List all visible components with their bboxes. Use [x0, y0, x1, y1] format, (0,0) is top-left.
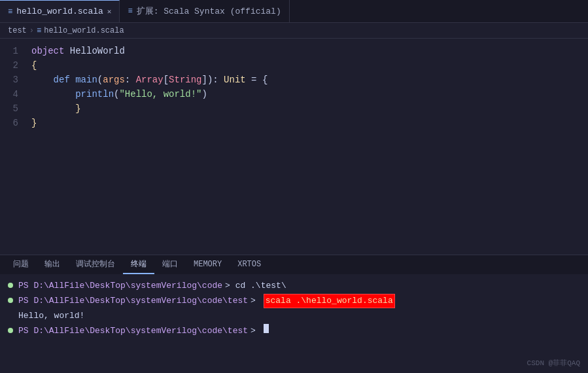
panel-tab-ports[interactable]: 端口 [154, 255, 186, 274]
panel-tab-debug-label: 调试控制台 [76, 258, 115, 270]
panel-tab-output-label: 输出 [44, 258, 60, 270]
panel-tab-terminal[interactable]: 终端 [123, 255, 154, 274]
panel-tab-problems[interactable]: 问题 [5, 255, 37, 274]
breadcrumb-part-file: hello_world.scala [44, 26, 124, 35]
line-num-4: 4 [5, 87, 18, 101]
breadcrumb-part-test: test [8, 26, 27, 35]
code-line-3: def main(args: Array[String]): Unit = { [31, 73, 588, 87]
breadcrumb-sep-1: › [29, 26, 34, 35]
panel-tab-bar: 问题 输出 调试控制台 终端 端口 MEMORY XRTOS [0, 255, 588, 274]
tab-bar: ≡ hello_world.scala ✕ ≡ 扩展: Scala Syntax… [0, 0, 588, 23]
tab-extension[interactable]: ≡ 扩展: Scala Syntax (official) [120, 0, 289, 22]
line-num-5: 5 [5, 101, 18, 116]
terminal-line-1: PS D:\AllFile\DeskTop\systemVerilog\code… [8, 279, 580, 293]
terminal-cmd-1: > cd .\test\ [225, 279, 286, 293]
code-empty-space [0, 215, 588, 255]
line-num-1: 1 [5, 44, 18, 58]
panel-tab-xrtos[interactable]: XRTOS [230, 255, 269, 274]
term-dot-2 [8, 298, 13, 303]
terminal-output: Hello, world! [8, 310, 84, 323]
panel-tab-terminal-label: 终端 [131, 258, 147, 270]
breadcrumb: test › ≡ hello_world.scala [0, 23, 588, 39]
code-line-4: println("Hello, world!") [31, 87, 588, 101]
code-line-5: } [31, 101, 588, 116]
code-editor: 1 2 3 4 5 6 object HelloWorld { def main… [0, 39, 588, 215]
code-line-2: { [31, 58, 588, 73]
code-line-1: object HelloWorld [31, 44, 588, 58]
panel-tab-memory[interactable]: MEMORY [186, 255, 230, 274]
terminal-path-3: PS D:\AllFile\DeskTop\systemVerilog\code… [18, 325, 248, 338]
tab-hello-world[interactable]: ≡ hello_world.scala ✕ [0, 0, 120, 22]
terminal-path-2: PS D:\AllFile\DeskTop\systemVerilog\code… [18, 294, 248, 308]
breadcrumb-file-icon: ≡ [37, 26, 41, 35]
panel-tab-xrtos-label: XRTOS [237, 260, 261, 269]
terminal-path-1: PS D:\AllFile\DeskTop\systemVerilog\code [18, 279, 222, 293]
terminal-line-3: Hello, world! [8, 310, 580, 323]
tab-label-hello-world: hello_world.scala [16, 7, 103, 16]
watermark: CSDN @菲菲QAQ [527, 358, 580, 368]
code-content[interactable]: object HelloWorld { def main(args: Array… [26, 39, 588, 215]
line-num-6: 6 [5, 116, 18, 130]
panel-tab-ports-label: 端口 [162, 258, 178, 270]
panel-tab-debug[interactable]: 调试控制台 [68, 255, 123, 274]
list-icon: ≡ [128, 7, 132, 16]
tab-label-extension: 扩展: Scala Syntax (official) [137, 5, 281, 17]
terminal-line-4: PS D:\AllFile\DeskTop\systemVerilog\code… [8, 324, 580, 338]
terminal[interactable]: PS D:\AllFile\DeskTop\systemVerilog\code… [0, 274, 588, 372]
tab-close-button[interactable]: ✕ [107, 7, 112, 16]
code-line-6: } [31, 116, 588, 130]
term-dot-1 [8, 283, 13, 288]
file-icon: ≡ [8, 7, 12, 16]
panel-tab-output[interactable]: 输出 [37, 255, 68, 274]
terminal-cmd-2: > [251, 294, 261, 308]
terminal-line-2: PS D:\AllFile\DeskTop\systemVerilog\code… [8, 294, 580, 308]
line-num-3: 3 [5, 73, 18, 87]
panel-tab-problems-label: 问题 [13, 258, 29, 270]
line-numbers: 1 2 3 4 5 6 [0, 39, 26, 215]
panel-tab-memory-label: MEMORY [194, 260, 222, 269]
line-num-2: 2 [5, 58, 18, 73]
terminal-cursor [264, 324, 269, 333]
term-dot-3 [8, 328, 13, 333]
terminal-cmd-3: > [251, 325, 261, 338]
terminal-highlighted-cmd: scala .\hello_world.scala [264, 294, 395, 308]
